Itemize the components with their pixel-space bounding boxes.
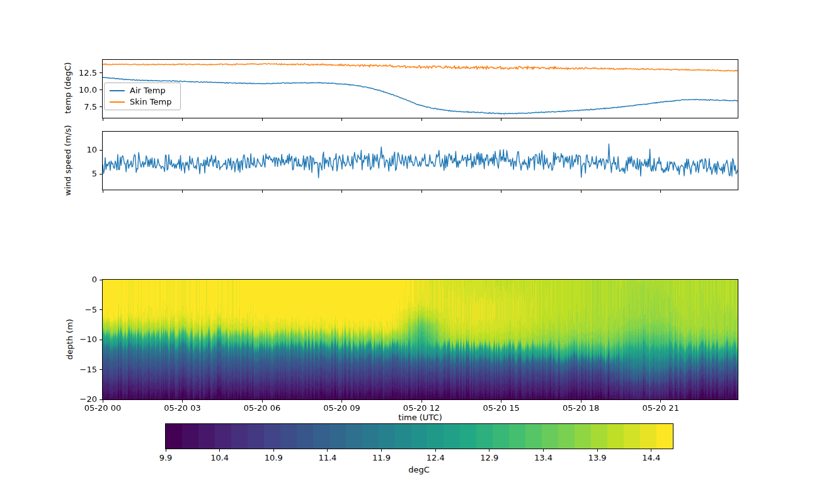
x-tick	[660, 190, 661, 193]
x-tick-label: 05-20 06	[234, 403, 290, 413]
y-tick-label: 5	[67, 169, 97, 179]
x-tick	[262, 400, 263, 403]
x-tick-label: 05-20 15	[473, 403, 530, 413]
colorbar-tick	[273, 449, 274, 452]
colorbar-tick-label: 13.9	[578, 453, 616, 463]
colorbar-tick	[435, 449, 436, 452]
colorbar-tick-label: 12.4	[416, 453, 454, 463]
y-tick	[100, 174, 102, 175]
y-tick-label: 10	[67, 145, 97, 155]
x-tick	[501, 190, 501, 193]
colorbar-tick	[219, 449, 220, 452]
x-tick	[421, 190, 422, 193]
depth-temp-heatmap-area	[102, 279, 738, 400]
x-tick	[501, 400, 501, 403]
legend-label-skin-temp: Skin Temp	[130, 96, 171, 108]
colorbar-tick	[543, 449, 544, 452]
colorbar-tick	[489, 449, 490, 452]
y-tick	[100, 106, 102, 107]
colorbar-tick-label: 9.9	[147, 453, 185, 463]
y-tick-label: 0	[67, 275, 97, 285]
wind-line-canvas	[103, 132, 738, 190]
x-tick	[341, 118, 342, 121]
y-tick-label: −5	[67, 305, 97, 315]
x-tick	[341, 190, 342, 193]
colorbar-tick-label: 10.9	[255, 453, 292, 463]
colorbar-tick	[166, 449, 166, 452]
y-tick	[100, 399, 102, 400]
x-tick-label: 05-20 21	[633, 403, 689, 413]
y-tick-label: 7.5	[67, 102, 97, 112]
colorbar-tick-label: 10.4	[201, 453, 239, 463]
y-tick	[100, 309, 102, 310]
legend-label-air-temp: Air Temp	[130, 85, 166, 96]
y-tick-label: 12.5	[67, 68, 97, 78]
y-tick-label: −15	[67, 365, 97, 375]
x-tick	[421, 118, 422, 121]
legend: Air Temp Skin Temp	[104, 83, 181, 110]
x-tick	[103, 400, 103, 403]
colorbar-tick	[381, 449, 382, 452]
temp-lines-canvas	[103, 60, 738, 118]
x-tick	[341, 400, 342, 403]
colorbar	[165, 423, 673, 449]
x-tick	[182, 400, 183, 403]
temp-plot-area: Air Temp Skin Temp	[102, 59, 738, 118]
y-tick	[100, 89, 102, 90]
x-tick	[581, 400, 581, 403]
colorbar-tick-label: 11.9	[363, 453, 401, 463]
air-temp-line-swatch	[110, 90, 125, 92]
y-tick	[100, 369, 102, 370]
time-axis-label: time (UTC)	[357, 413, 483, 422]
x-tick	[660, 400, 661, 403]
colorbar-tick	[651, 449, 651, 452]
x-tick	[581, 190, 581, 193]
x-tick-label: 05-20 12	[393, 403, 450, 413]
y-tick	[100, 340, 102, 340]
colorbar-label: degC	[356, 465, 482, 474]
x-tick	[103, 190, 103, 193]
y-tick	[100, 150, 102, 151]
colorbar-tick-label: 12.9	[471, 453, 508, 463]
x-tick	[262, 118, 263, 121]
colorbar-canvas	[166, 424, 673, 449]
legend-entry-air-temp: Air Temp	[110, 85, 175, 96]
x-tick	[421, 400, 422, 403]
colorbar-tick-label: 11.4	[309, 453, 346, 463]
colorbar-tick	[327, 449, 328, 452]
x-tick-label: 05-20 09	[314, 403, 370, 413]
x-tick-label: 05-20 18	[553, 403, 609, 413]
x-tick	[262, 190, 263, 193]
y-tick	[100, 72, 102, 73]
colorbar-tick-label: 14.4	[633, 453, 670, 463]
x-tick	[182, 190, 183, 193]
y-tick-label: −10	[67, 335, 97, 345]
x-tick	[501, 118, 501, 121]
x-tick	[581, 118, 581, 121]
legend-entry-skin-temp: Skin Temp	[110, 96, 175, 108]
x-tick	[103, 118, 103, 121]
heatmap-canvas	[103, 280, 738, 399]
x-tick	[660, 118, 661, 121]
y-tick-label: 10.0	[67, 85, 97, 95]
figure: temp (degC) wind speed (m/s) depth (m) A…	[0, 0, 819, 504]
x-tick-label: 05-20 00	[74, 403, 131, 413]
y-tick	[100, 280, 102, 280]
colorbar-tick-label: 13.4	[524, 453, 562, 463]
wind-plot-area	[102, 131, 738, 190]
x-tick	[182, 118, 183, 121]
x-tick-label: 05-20 03	[154, 403, 211, 413]
colorbar-tick	[597, 449, 598, 452]
skin-temp-line-swatch	[110, 101, 125, 103]
